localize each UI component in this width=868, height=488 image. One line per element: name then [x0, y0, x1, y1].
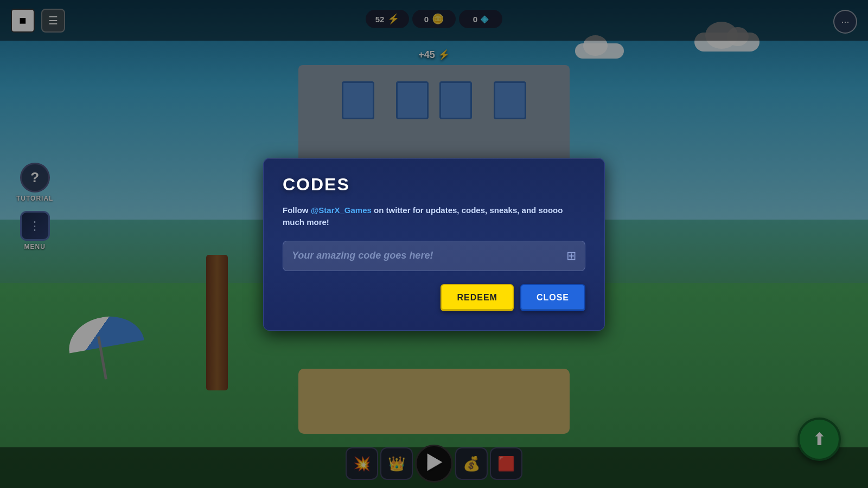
close-button[interactable]: CLOSE — [520, 284, 585, 311]
redeem-button[interactable]: REDEEM — [441, 284, 513, 311]
twitter-handle[interactable]: @StarX_Games — [311, 206, 372, 215]
description-prefix: Follow — [283, 206, 311, 215]
code-input-row: ⊞ — [283, 241, 585, 271]
grid-icon[interactable]: ⊞ — [566, 249, 576, 263]
code-input[interactable] — [292, 250, 566, 261]
modal-overlay: CODES Follow @StarX_Games on twitter for… — [0, 0, 868, 488]
dialog-title: CODES — [283, 175, 585, 195]
dialog-description: Follow @StarX_Games on twitter for updat… — [283, 204, 585, 229]
dialog-buttons: REDEEM CLOSE — [283, 284, 585, 311]
codes-dialog: CODES Follow @StarX_Games on twitter for… — [263, 158, 605, 331]
